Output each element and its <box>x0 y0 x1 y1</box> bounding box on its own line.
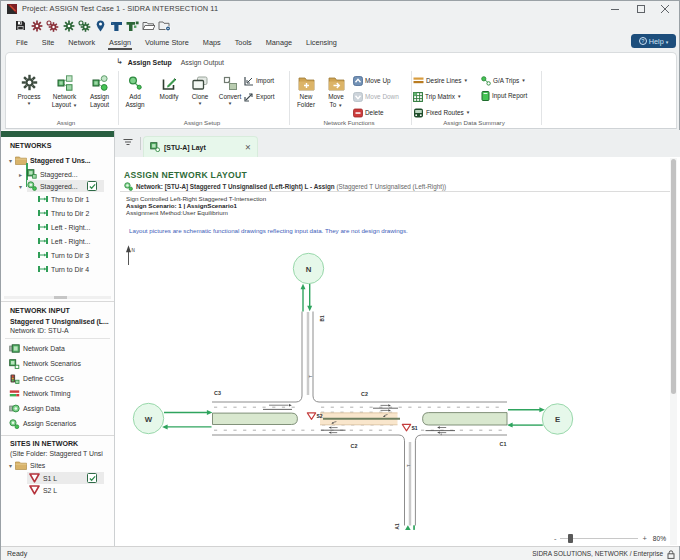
menu-volume-store[interactable]: Volume Store <box>138 35 196 50</box>
chevron-expanded-icon[interactable]: ▾ <box>7 157 14 164</box>
sidebar: NETWORKS ▾ Staggered T Uns... ▸ Staggere… <box>1 130 114 546</box>
status-license: SIDRA SOLUTIONS, NETWORK / Enterprise <box>532 550 663 557</box>
ga-trips-button[interactable]: G/A Trips ▼ <box>481 75 526 86</box>
help-button[interactable]: ? Help ▾ <box>631 34 676 48</box>
delete-label: Delete <box>365 109 383 116</box>
delete-button[interactable]: Delete <box>353 107 383 118</box>
new-folder-button[interactable]: NewFolder <box>290 72 322 119</box>
tab-close-icon[interactable]: ✕ <box>245 143 251 152</box>
convert-button[interactable]: Convert ▼ <box>214 72 246 119</box>
chevron-expanded-icon[interactable]: ▾ <box>17 183 24 190</box>
vertical-scrollbar[interactable] <box>670 158 677 545</box>
zoom-slider[interactable] <box>560 538 638 539</box>
close-button[interactable] <box>653 1 677 16</box>
tree-item-assign[interactable]: ▾ Staggered... <box>1 180 114 192</box>
desire-lines-button[interactable]: Desire Lines ▼ <box>413 75 468 86</box>
menu-site[interactable]: Site <box>35 35 62 50</box>
move-up-button[interactable]: Move Up <box>353 75 391 86</box>
tree-item-network-folder[interactable]: ▾ Staggered T Uns... <box>1 153 114 168</box>
network-input-item-network-data[interactable]: Network Data <box>1 341 114 356</box>
tree-item-site-s1[interactable]: S1 L <box>1 472 114 484</box>
modify-button[interactable]: Modify <box>153 72 185 119</box>
open-project-folder-icon[interactable] <box>158 19 171 32</box>
document-tab-title: [STU-A] Layt <box>164 144 241 151</box>
trip-matrix-button[interactable]: Trip Matrix ▼ <box>413 91 462 102</box>
north-arrow-label: N <box>131 248 134 253</box>
network-input-item-assign-scenarios[interactable]: Assign Scenarios <box>1 416 114 431</box>
tree-item-route-2[interactable]: Thru to Dir 2 <box>1 206 114 220</box>
intersection-description: Sign Controlled Left-Right Staggered T-I… <box>126 195 266 202</box>
assign-layout-label: AssignLayout <box>90 93 109 108</box>
subtab-assign-setup[interactable]: Assign Setup <box>128 59 172 66</box>
network-input-item-assign-data[interactable]: Assign Data <box>1 401 114 416</box>
zoom-slider-thumb[interactable] <box>568 534 573 543</box>
label-c3: C3 <box>214 390 221 396</box>
process-site-gear-icon[interactable] <box>30 19 43 32</box>
tree-item-route-1[interactable]: Thru to Dir 1 <box>1 192 114 206</box>
tree-item-route-5[interactable]: Turn to Dir 3 <box>1 248 114 262</box>
site-s1-checkbox[interactable] <box>87 473 97 483</box>
sites-panel: SITES IN NETWORK (Site Folder: Staggered… <box>1 436 114 496</box>
convert-label: Convert <box>219 93 241 101</box>
menu-network[interactable]: Network <box>61 35 102 50</box>
tree-item-site-s2[interactable]: S2 L <box>1 484 114 496</box>
document-tab-bar: [STU-A] Layt ✕ <box>115 130 680 157</box>
east-median-island <box>423 413 507 425</box>
menu-manage[interactable]: Manage <box>259 35 299 50</box>
process-network-gear-icon[interactable] <box>62 19 75 32</box>
network-subtitle-row: Network: [STU-A] Staggered T Unsignalise… <box>124 182 446 191</box>
intersection-blue-icon[interactable] <box>110 19 123 32</box>
menu-file[interactable]: File <box>9 35 35 50</box>
document-tab[interactable]: [STU-A] Layt ✕ <box>143 136 258 157</box>
chevron-collapsed-icon[interactable]: ▸ <box>17 171 24 178</box>
network-green-icon[interactable] <box>126 19 139 32</box>
tree-item-route-4[interactable]: Left - Right... <box>1 234 114 248</box>
network-input-item-define-ccgs[interactable]: Define CCGs <box>1 371 114 386</box>
tab-list-icon[interactable] <box>122 136 134 148</box>
minimize-button[interactable] <box>603 1 627 16</box>
move-down-button: Move Down <box>353 91 399 102</box>
process-network-gear-plus-icon[interactable] <box>78 19 91 32</box>
chevron-expanded-icon[interactable]: ▾ <box>7 462 14 469</box>
menu-tools[interactable]: Tools <box>228 35 259 50</box>
assign-checkbox[interactable] <box>87 181 97 191</box>
sign-s2-label: S2 <box>316 413 322 419</box>
scrollbar-thumb[interactable] <box>671 159 676 394</box>
zoom-in-button[interactable]: + <box>642 534 646 543</box>
tree-item-route-6[interactable]: Turn to Dir 4 <box>1 262 114 276</box>
network-input-item-network-scenarios[interactable]: Network Scenarios <box>1 356 114 371</box>
zoom-out-button[interactable]: - <box>554 534 557 543</box>
networks-horizontal-scrollbar[interactable] <box>4 296 111 299</box>
move-up-label: Move Up <box>365 77 391 84</box>
route-icon <box>37 265 49 273</box>
lane-marker-north: T <box>308 375 313 378</box>
ribbon: ↳ Assign Setup Assign Output Process ▼ N… <box>5 52 677 129</box>
save-icon[interactable] <box>14 19 27 32</box>
export-button[interactable]: Export <box>244 91 274 102</box>
scrollbar-thumb[interactable] <box>54 296 67 299</box>
network-layout-button[interactable]: NetworkLayout ▼ <box>47 72 82 119</box>
tree-item-route-3[interactable]: Left - Right... <box>1 220 114 234</box>
tree-item-sites-folder[interactable]: ▾ Sites <box>1 459 114 472</box>
assign-layout-button[interactable]: AssignLayout <box>83 72 116 119</box>
clone-button[interactable]: Clone ▼ <box>184 72 216 119</box>
menu-assign[interactable]: Assign <box>102 35 138 50</box>
open-folder-icon[interactable] <box>142 19 155 32</box>
fixed-routes-button[interactable]: Fixed Routes ▼ <box>413 107 470 118</box>
add-assign-button[interactable]: AddAssign <box>118 72 152 119</box>
process-button[interactable]: Process ▼ <box>12 72 46 119</box>
tree-item-network[interactable]: ▸ Staggered... <box>1 168 114 180</box>
subtab-assign-output[interactable]: Assign Output <box>181 59 224 66</box>
move-to-button[interactable]: MoveTo ▼ <box>321 72 351 119</box>
input-report-button[interactable]: Input Report <box>481 90 527 101</box>
menu-licensing[interactable]: Licensing <box>299 35 344 50</box>
process-site-gear-plus-icon[interactable] <box>46 19 59 32</box>
menu-maps[interactable]: Maps <box>196 35 228 50</box>
maximize-button[interactable] <box>629 1 653 16</box>
window-title: Project: ASSIGN Test Case 1 - SIDRA INTE… <box>22 4 218 13</box>
site-pin-icon[interactable] <box>94 19 107 32</box>
network-input-item-network-timing[interactable]: Network Timing <box>1 386 114 401</box>
ribbon-subtabs: ↳ Assign Setup Assign Output <box>116 56 224 68</box>
import-button[interactable]: Import <box>244 75 274 86</box>
route-icon <box>37 223 49 231</box>
